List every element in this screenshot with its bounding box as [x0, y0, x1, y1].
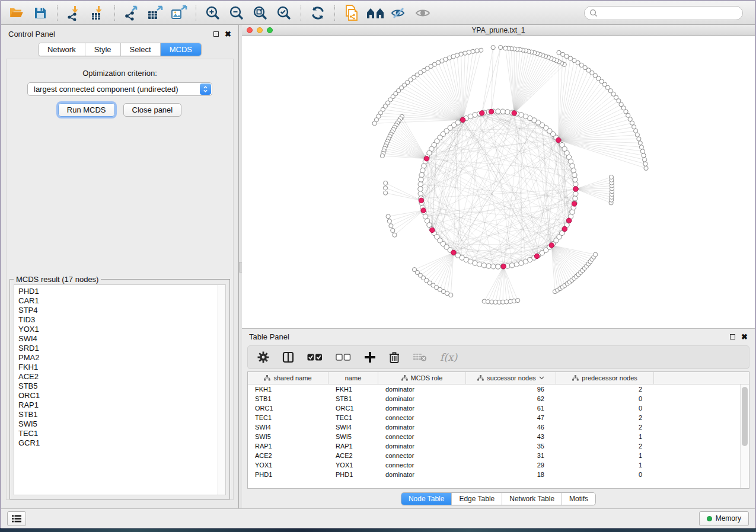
function-builder-button[interactable]: f(x) [440, 351, 457, 363]
close-table-panel-icon[interactable]: ✖ [741, 334, 748, 339]
table-scrollbar[interactable] [740, 384, 749, 488]
select-all-columns-button[interactable] [307, 353, 323, 361]
show-panels-button[interactable] [7, 511, 26, 526]
export-image-button[interactable] [168, 4, 190, 23]
mcds-result-item[interactable]: PHD1 [18, 287, 218, 296]
tab-edge-table[interactable]: Edge Table [452, 493, 502, 505]
refresh-view-button[interactable] [307, 4, 328, 23]
delete-columns-button[interactable] [389, 351, 400, 363]
table-row[interactable]: ORC1ORC1dominator610 [248, 403, 749, 413]
float-table-panel-icon[interactable] [730, 334, 735, 339]
network-window-titlebar[interactable]: YPA_prune.txt_1 [242, 25, 755, 36]
network-canvas[interactable] [242, 36, 755, 328]
table-row[interactable]: FKH1FKH1dominator962 [248, 384, 749, 394]
first-neighbors-button[interactable] [365, 4, 386, 23]
show-all-button[interactable] [412, 4, 433, 23]
memory-button[interactable]: Memory [699, 511, 749, 526]
column-header-name[interactable]: name [328, 372, 378, 384]
tree-icon [401, 375, 408, 381]
mcds-result-item[interactable]: TEC1 [18, 429, 218, 438]
table-row[interactable]: ACE2ACE2connector311 [248, 451, 749, 460]
column-header-mcds-role[interactable]: MCDS role [378, 372, 466, 384]
open-session-button[interactable] [6, 4, 27, 23]
table-row[interactable]: SWI4SWI4dominator462 [248, 422, 749, 432]
mcds-result-item[interactable]: CAR1 [18, 296, 218, 306]
mcds-result-item[interactable]: STB1 [18, 410, 218, 419]
add-column-button[interactable] [364, 351, 376, 363]
mcds-result-item[interactable]: TID3 [18, 315, 218, 325]
mcds-result-item[interactable]: RAP1 [18, 400, 218, 410]
column-header-shared-name[interactable]: shared name [248, 372, 328, 384]
binoculars-icon [366, 7, 384, 20]
table-cell: 0 [556, 395, 654, 402]
table-row[interactable]: PHD1PHD1dominator180 [248, 470, 749, 479]
mcds-result-item[interactable]: SRD1 [18, 344, 218, 353]
import-table-button[interactable] [87, 4, 109, 23]
tab-network[interactable]: Network [39, 43, 85, 56]
show-columns-button[interactable] [282, 351, 294, 363]
mcds-result-item[interactable]: ORC1 [18, 391, 218, 400]
hide-selected-button[interactable] [388, 4, 410, 23]
table-cell: 2 [556, 414, 654, 421]
mcds-result-item[interactable]: ACE2 [18, 372, 218, 382]
mcds-list-scrollbar[interactable] [218, 285, 225, 495]
column-header-predecessor-nodes[interactable]: predecessor nodes [556, 372, 654, 384]
table-row[interactable]: STB1STB1dominator620 [248, 394, 749, 403]
table-cell: dominator [378, 471, 466, 478]
export-table-button[interactable] [145, 4, 166, 23]
tab-motifs[interactable]: Motifs [562, 493, 595, 505]
zoom-selected-button[interactable] [273, 4, 295, 23]
mcds-result-item[interactable]: GCR1 [18, 438, 218, 448]
unselect-all-columns-button[interactable] [336, 353, 351, 361]
table-row[interactable]: RAP1RAP1dominator352 [248, 441, 749, 451]
table-cell: PHD1 [328, 471, 378, 478]
table-settings-button[interactable] [257, 351, 269, 363]
list-icon [12, 515, 21, 523]
tab-network-table[interactable]: Network Table [502, 493, 562, 505]
tab-style[interactable]: Style [85, 43, 121, 56]
mcds-result-item[interactable]: SWI5 [18, 419, 218, 429]
mcds-result-item[interactable]: STB5 [18, 382, 218, 391]
mcds-result-item[interactable]: FKH1 [18, 363, 218, 372]
control-panel: Control Panel ✖ Network Style Select MCD… [1, 25, 238, 508]
table-cell: 1 [556, 462, 654, 469]
tab-select[interactable]: Select [121, 43, 161, 56]
mcds-result-list[interactable]: PHD1CAR1STP4TID3YOX1SWI4SRD1PMA2FKH1ACE2… [14, 285, 218, 495]
table-row[interactable]: YOX1YOX1connector291 [248, 460, 749, 470]
tab-mcds[interactable]: MCDS [161, 43, 201, 56]
delete-table-button[interactable] [413, 352, 427, 362]
table-cell: 62 [466, 395, 556, 402]
table-scrollbar-thumb[interactable] [742, 387, 748, 446]
mcds-result-item[interactable]: YOX1 [18, 325, 218, 334]
save-session-button[interactable] [30, 4, 51, 23]
zoom-out-button[interactable] [226, 4, 247, 23]
float-panel-icon[interactable] [213, 31, 219, 37]
table-cell: dominator [378, 424, 466, 431]
clone-network-button[interactable] [341, 4, 362, 23]
mcds-result-item[interactable]: SWI4 [18, 334, 218, 344]
table-cell: YOX1 [328, 462, 378, 469]
tab-node-table[interactable]: Node Table [401, 493, 452, 505]
column-header-successor-nodes[interactable]: successor nodes [466, 372, 556, 384]
mcds-result-item[interactable]: PMA2 [18, 353, 218, 363]
mcds-result-item[interactable]: STP4 [18, 306, 218, 315]
export-network-button[interactable] [121, 4, 142, 23]
search-input[interactable] [601, 8, 738, 18]
criterion-dropdown[interactable]: largest connected component (undirected) [27, 82, 212, 96]
search-box[interactable] [584, 6, 743, 20]
import-network-button[interactable] [63, 4, 85, 23]
table-body[interactable]: FKH1FKH1dominator962STB1STB1dominator620… [248, 384, 749, 488]
run-mcds-button[interactable]: Run MCDS [58, 103, 115, 117]
zoom-fit-button[interactable] [250, 4, 271, 23]
network-graph[interactable] [242, 36, 755, 328]
table-row[interactable]: SWI5SWI5connector431 [248, 432, 749, 441]
table-cell: SWI4 [248, 424, 328, 431]
toolbar-separator [57, 5, 58, 21]
refresh-icon [310, 5, 326, 21]
table-cell: SWI4 [328, 424, 378, 431]
close-panel-icon[interactable]: ✖ [225, 31, 231, 37]
zoom-in-button[interactable] [202, 4, 224, 23]
tree-icon [572, 375, 579, 381]
table-row[interactable]: TEC1TEC1connector472 [248, 413, 749, 422]
close-panel-button[interactable]: Close panel [123, 103, 182, 117]
